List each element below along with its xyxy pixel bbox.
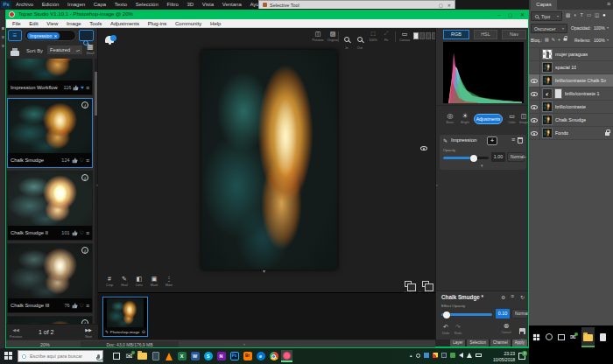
tab-hsl[interactable]: HSL [474,30,497,39]
documents-icon[interactable] [150,350,161,362]
info-icon[interactable]: i [81,102,88,108]
preset-card-chalk-smudge-2[interactable]: i Chalk Smudge II 101 ♡ ≡ [7,171,93,241]
filmstrip-thumbnail[interactable]: ✎ Photoshop-image ⊙ [102,297,148,337]
topaz-menu-file[interactable]: File [12,19,21,28]
trash-icon[interactable] [518,137,523,144]
preset-card-chalk-smudge[interactable]: i Chalk Smudge 124 ♡ ≡ [7,98,93,168]
effect-opacity-value[interactable]: 0.10 [496,309,510,318]
collapse-chevron[interactable]: ▾ [263,268,265,274]
original-button[interactable]: ▨ Original [324,30,342,42]
preset-card-impression-workflow[interactable]: Impression Workflow 116 ♥ ≡ [7,59,93,95]
start-button[interactable] [4,352,12,360]
layer-row-brillo-contraste-chalk-smudge-2[interactable]: brillo/contraste Chalk Smudge II [529,74,613,88]
preset-card-partial[interactable]: i [7,316,93,324]
taskbar-clock[interactable]: 23:23 10/05/2018 [483,351,515,362]
preset-search-field[interactable]: Impression ✕ [25,30,76,41]
chip-remove-icon[interactable]: ✕ [53,34,57,38]
output-selection-button[interactable]: Selection [467,340,489,346]
topaz-studio-icon-active[interactable] [281,350,292,362]
chrome-icon[interactable] [268,350,279,362]
view-mode-split[interactable] [419,32,425,39]
lock-all-icon[interactable] [563,38,567,40]
topaz-menu-community[interactable]: Community [175,19,201,28]
filter-toggle-icon[interactable]: ● [602,12,605,18]
cancel-button[interactable]: ⊗ Cancel [499,322,513,334]
view-mode-single[interactable] [413,32,419,39]
zoom-100-button[interactable]: ⬚ 100% [366,30,380,42]
visibility-toggle[interactable] [529,88,540,100]
scrollbar-thumb[interactable] [95,72,97,116]
zoom-out-button[interactable]: Out [354,30,366,50]
filter-shape-icon[interactable]: ▭ [587,12,591,18]
color-button[interactable]: ▭ Color [505,112,518,124]
effect-reset-icon[interactable]: ↻ [520,294,525,300]
layer-mask-thumbnail[interactable] [554,88,562,99]
heart-icon[interactable]: ♥ [81,85,84,90]
topaz-menu-adjustments[interactable]: Adjustments [110,19,139,28]
fit-button[interactable]: ⤢ Fit [380,30,392,42]
thumbs-up-icon[interactable] [72,230,78,236]
hamburger-menu-button[interactable]: ≡ [8,30,22,41]
file-explorer-icon[interactable] [137,350,148,362]
mail-icon[interactable]: ✉ [123,350,135,362]
info-icon[interactable]: i [81,174,88,181]
layer-row-brillo-contraste[interactable]: brillo/contraste [529,101,613,114]
opacity-value-ps[interactable]: 100% [594,25,605,31]
tab-capas[interactable]: Capas [531,0,557,10]
visibility-eye-icon[interactable] [420,146,427,150]
tray-icon-network[interactable] [467,353,472,358]
topaz-menu-edit[interactable]: Edit [29,19,38,28]
thumbnail-size-button[interactable]: ▦ Small [84,43,96,55]
opacity-slider-knob[interactable] [470,155,477,162]
caret-down-icon[interactable]: ▾ [607,25,609,30]
next-page-button[interactable]: ▶▶ Next [81,326,95,339]
layer-row-chalk-smudge[interactable]: Chalk Smudge [529,114,613,127]
word-icon[interactable]: W [189,350,201,362]
caret-down-icon[interactable]: ▾ [607,38,609,42]
topaz-menu-plugins[interactable]: Plug-ins [148,19,167,28]
effect-menu-icon[interactable]: ≡ [511,293,514,299]
tray-icon-flag[interactable] [441,353,447,358]
zoom-in-button[interactable]: In [341,30,353,50]
microphone-icon[interactable] [97,354,100,359]
taskbar-search[interactable] [18,350,103,362]
cortana-icon-2[interactable] [546,333,553,340]
ps-menu-capa[interactable]: Capa [94,0,106,10]
ps-menu-3d[interactable]: 3D [187,0,194,10]
basic-button[interactable]: ◎ Basic [443,112,457,124]
onenote-icon[interactable]: N [215,350,227,362]
preset-menu-icon[interactable]: ≡ [86,158,89,164]
canvas-button[interactable]: ▭ Canvas [398,30,412,42]
heart-outline-icon[interactable]: ♡ [80,230,84,235]
filter-type-icon[interactable]: T [581,12,583,18]
blend-mode-dropdown[interactable]: Normal ▾ [507,152,525,162]
zoom-level[interactable]: 20% [40,342,50,347]
tray-icon-person[interactable] [416,354,420,358]
visibility-toggle[interactable] [529,74,540,87]
visibility-toggle[interactable] [529,101,540,113]
panel-collapse-handle-right[interactable]: › [436,182,438,187]
tray-icon-shield[interactable] [450,353,455,358]
status-arrow-icon[interactable]: › [243,341,245,346]
layer-thumbnail[interactable] [542,115,553,125]
output-channel-button[interactable]: Channel [490,340,511,346]
vlc-icon[interactable] [163,350,174,362]
effect-settings-icon[interactable]: ⚙ [501,294,505,300]
adjustment-menu-icon[interactable]: ≡ [511,136,515,143]
ps-menu-imagen[interactable]: Imagen [67,0,85,10]
blend-mode-dropdown-ps[interactable]: Oscurecer ▾ [531,24,567,33]
notifications-button[interactable] [105,31,119,43]
layer-thumbnail[interactable] [542,75,553,86]
heart-outline-icon[interactable]: ♡ [80,158,84,163]
ps-menu-ventana[interactable]: Ventana [222,0,242,10]
undo-button[interactable]: ↶ Undo [440,323,451,335]
ps-menu-seleccion[interactable]: Selección [136,0,159,10]
lock-pixels-icon[interactable]: ✎ [552,37,555,42]
preset-menu-icon[interactable]: ≡ [86,85,89,91]
adjustments-button[interactable]: Adjustments [474,114,503,124]
selective-close-icon[interactable]: ✕ [447,3,451,8]
topaz-menu-image[interactable]: Image [67,19,81,28]
mask-tool[interactable]: ▣ Mask [148,275,160,287]
previous-page-button[interactable]: ◀◀ Previous [8,326,24,339]
layer-row-brillo-contraste-1[interactable]: ◐ brillo/contraste 1 [529,88,613,101]
